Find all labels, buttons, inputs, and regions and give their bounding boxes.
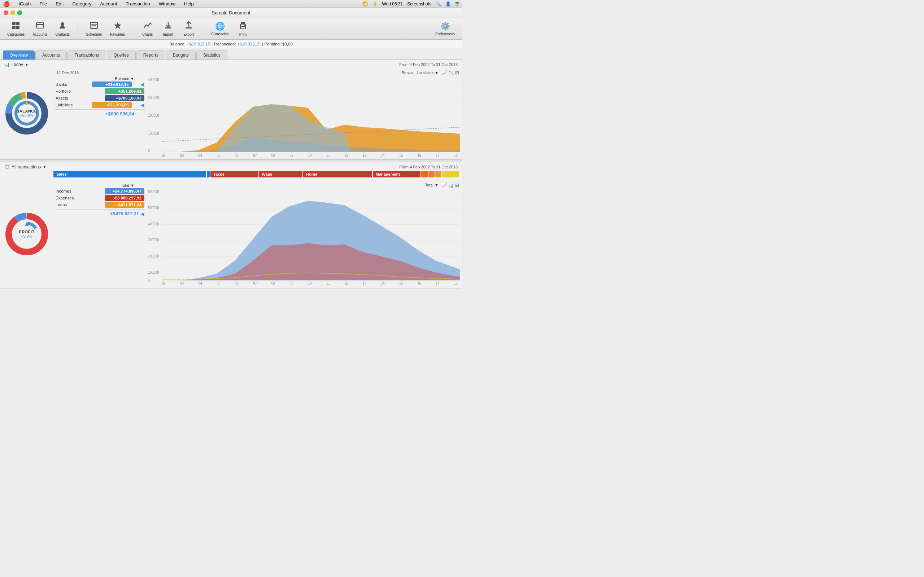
svg-text:0: 0 (148, 279, 150, 283)
preferences-icon: ⚙️ (440, 22, 450, 31)
svg-text:08: 08 (271, 281, 275, 285)
area-chart-icon[interactable]: 📈 (441, 70, 447, 76)
menu-category[interactable]: Category (71, 1, 93, 6)
favorites-label: Favorites (110, 32, 125, 36)
search-icon[interactable]: 🔍 (436, 2, 441, 6)
toolbar: Categories Accounts Contacts Scheduler (0, 18, 462, 40)
misc-bar3 (435, 171, 441, 177)
misc-bar1 (421, 171, 427, 177)
balance-col-header[interactable]: Balance ▼ (115, 76, 134, 81)
balance-section-title[interactable]: 📊 Today ▼ (4, 62, 29, 67)
accounts-toolbar-button[interactable]: Accounts (29, 21, 51, 37)
svg-marker-12 (114, 22, 121, 29)
svg-text:14: 14 (381, 281, 384, 285)
balance-label: Balance: (169, 42, 186, 46)
tabbar: Overview Accounts Transactions Queries R… (0, 48, 462, 60)
balance-dropdown-arrow[interactable]: ▼ (25, 63, 29, 67)
charts-button[interactable]: Charts (137, 21, 157, 37)
menu-help[interactable]: Help (183, 1, 195, 6)
apple-menu[interactable]: 🍎 (3, 0, 10, 7)
svg-text:400000: 400000 (148, 77, 159, 82)
svg-rect-9 (92, 25, 93, 26)
profit-section-title[interactable]: ⚖️ All transactions ▼ (4, 164, 46, 169)
profit-chart-selector[interactable]: Total ▼ (425, 182, 439, 188)
close-button[interactable] (3, 10, 8, 15)
maximize-button[interactable] (17, 10, 22, 15)
print-button[interactable]: Print (233, 21, 253, 37)
menu-transaction[interactable]: Transaction (124, 1, 151, 6)
favorites-button[interactable]: Favorites (107, 21, 129, 37)
profit-donut-value: +9,9% (21, 234, 32, 239)
svg-text:17: 17 (436, 281, 439, 285)
banks-value: +$19.912,15 (92, 82, 132, 87)
tab-queries[interactable]: Queries (107, 50, 136, 60)
wage-bar: Wage (259, 171, 303, 177)
scheduler-button[interactable]: Scheduler (82, 21, 106, 37)
balance-chart-selector[interactable]: Banks + Liabilities ▼ (402, 70, 439, 76)
menu-edit[interactable]: Edit (54, 1, 65, 6)
liabilities-arrow[interactable]: ◀ (141, 102, 144, 108)
tab-reports[interactable]: Reports (136, 50, 165, 60)
wifi-icon: 📶 (362, 2, 368, 6)
menu-account[interactable]: Account (99, 1, 118, 6)
line-chart-icon[interactable]: 📉 (448, 70, 454, 76)
svg-rect-14 (186, 27, 192, 29)
screenshots-label: Screenshots (407, 2, 431, 6)
user-icon[interactable]: 👤 (446, 2, 451, 6)
svg-point-6 (61, 23, 64, 26)
tab-transactions[interactable]: Transactions (68, 50, 106, 60)
currencies-label: Currencies (211, 32, 228, 36)
svg-text:15: 15 (399, 281, 403, 285)
svg-text:03: 03 (180, 281, 184, 285)
svg-text:400000: 400000 (148, 222, 159, 226)
balance-chart-icons: 📈 📉 ⊞ (441, 70, 459, 76)
contacts-button[interactable]: Contacts (52, 21, 73, 37)
total-col-header[interactable]: Total ▼ (121, 183, 134, 187)
toolbar-group-main: Categories Accounts Contacts (3, 20, 78, 38)
balance-table: 12 Dec 2018 Balance ▼ Banks +$19.912,15 … (55, 69, 145, 157)
categories-label: Categories (7, 32, 24, 36)
section-divider[interactable]: — — (0, 160, 462, 162)
categories-button[interactable]: Categories (3, 21, 28, 37)
svg-text:10: 10 (308, 153, 312, 157)
print-label: Print (239, 32, 247, 36)
currencies-button[interactable]: 🌐 Currencies (208, 21, 232, 37)
svg-text:13: 13 (363, 281, 366, 285)
svg-text:09: 09 (290, 153, 294, 157)
profit-dropdown-arrow[interactable]: ▼ (43, 165, 46, 169)
tab-statistics[interactable]: Statistics (196, 50, 228, 60)
profit-bar-icon[interactable]: 📊 (448, 182, 454, 188)
minimize-button[interactable] (10, 10, 15, 15)
tab-accounts[interactable]: Accounts (36, 50, 67, 60)
svg-text:200000: 200000 (148, 254, 159, 258)
list-icon[interactable]: ☰ (455, 2, 459, 6)
profit-total-arrow[interactable]: ◀ (141, 211, 144, 217)
home-bar: Home (303, 171, 372, 177)
profit-row-incomes: Incomes +$4.774.896,47 (55, 188, 145, 194)
menu-icash[interactable]: iCash (17, 1, 32, 6)
misc-bar2 (428, 171, 435, 177)
svg-rect-1 (16, 22, 19, 25)
table-icon[interactable]: ⊞ (455, 70, 459, 76)
banks-arrow[interactable]: ◀ (141, 82, 144, 87)
loans-value: -$411.571,24 (105, 202, 144, 208)
preferences-button[interactable]: ⚙️ Preferences (432, 21, 459, 37)
sales-bar-end (207, 171, 210, 177)
import-icon (164, 21, 173, 31)
expenses-label: Expenses (56, 196, 84, 200)
menu-window[interactable]: Window (157, 1, 177, 6)
tab-overview[interactable]: Overview (3, 50, 35, 60)
profit-table-icon[interactable]: ⊞ (455, 182, 459, 188)
export-button[interactable]: Export (179, 21, 199, 37)
tab-budgets[interactable]: Budgets (166, 50, 195, 60)
svg-rect-3 (16, 26, 19, 29)
window-controls (3, 10, 22, 15)
menubar: 🍎 iCash File Edit Category Account Trans… (0, 0, 462, 8)
menu-file[interactable]: File (38, 1, 48, 6)
profit-section-icon: ⚖️ (4, 164, 10, 169)
incomes-label: Incomes (56, 189, 84, 193)
profit-area-icon[interactable]: 📈 (441, 182, 447, 188)
import-button[interactable]: Import (158, 21, 178, 37)
portfolio-label: Portfolio (56, 89, 84, 93)
svg-text:05: 05 (216, 153, 220, 157)
